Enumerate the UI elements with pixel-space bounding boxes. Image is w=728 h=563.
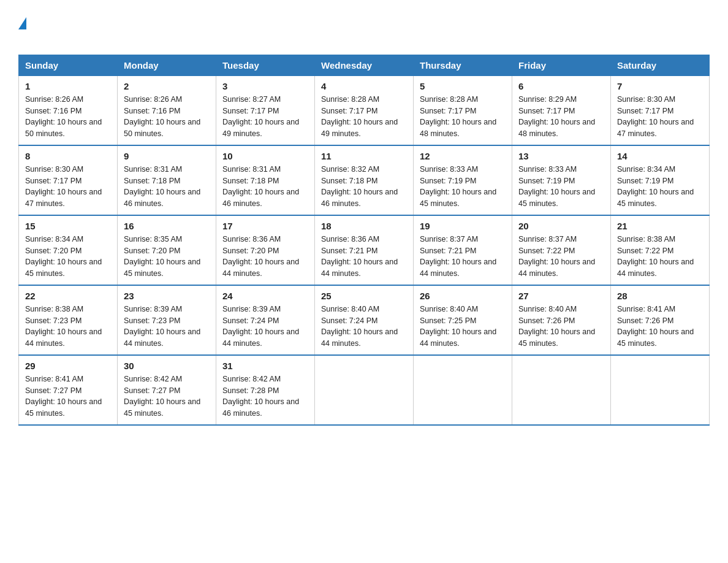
day-number: 14 xyxy=(617,151,703,161)
calendar-cell xyxy=(512,355,611,425)
day-info: Sunrise: 8:32 AMSunset: 7:18 PMDaylight:… xyxy=(321,165,398,208)
day-info: Sunrise: 8:34 AMSunset: 7:20 PMDaylight:… xyxy=(25,235,102,278)
calendar-cell: 30 Sunrise: 8:42 AMSunset: 7:27 PMDaylig… xyxy=(118,355,216,425)
day-number: 1 xyxy=(25,81,111,91)
day-number: 10 xyxy=(222,151,308,161)
day-info: Sunrise: 8:39 AMSunset: 7:24 PMDaylight:… xyxy=(222,305,299,348)
day-info: Sunrise: 8:36 AMSunset: 7:20 PMDaylight:… xyxy=(222,235,299,278)
calendar-week-1: 1 Sunrise: 8:26 AMSunset: 7:16 PMDayligh… xyxy=(19,75,710,145)
day-number: 6 xyxy=(518,81,604,91)
calendar-table: SundayMondayTuesdayWednesdayThursdayFrid… xyxy=(18,55,710,426)
calendar-cell: 14 Sunrise: 8:34 AMSunset: 7:19 PMDaylig… xyxy=(611,145,710,215)
weekday-header-row: SundayMondayTuesdayWednesdayThursdayFrid… xyxy=(19,55,710,75)
day-number: 11 xyxy=(321,151,407,161)
calendar-cell: 28 Sunrise: 8:41 AMSunset: 7:26 PMDaylig… xyxy=(611,285,710,355)
calendar-cell: 2 Sunrise: 8:26 AMSunset: 7:16 PMDayligh… xyxy=(118,75,216,145)
day-number: 7 xyxy=(617,81,703,91)
day-number: 29 xyxy=(25,361,111,371)
calendar-cell: 3 Sunrise: 8:27 AMSunset: 7:17 PMDayligh… xyxy=(216,75,315,145)
day-number: 8 xyxy=(25,151,111,161)
calendar-cell: 29 Sunrise: 8:41 AMSunset: 7:27 PMDaylig… xyxy=(19,355,118,425)
calendar-week-2: 8 Sunrise: 8:30 AMSunset: 7:17 PMDayligh… xyxy=(19,145,710,215)
calendar-cell: 25 Sunrise: 8:40 AMSunset: 7:24 PMDaylig… xyxy=(315,285,414,355)
calendar-header: SundayMondayTuesdayWednesdayThursdayFrid… xyxy=(19,55,710,75)
logo xyxy=(18,15,26,45)
calendar-cell: 9 Sunrise: 8:31 AMSunset: 7:18 PMDayligh… xyxy=(118,145,216,215)
calendar-cell: 15 Sunrise: 8:34 AMSunset: 7:20 PMDaylig… xyxy=(19,215,118,285)
day-info: Sunrise: 8:40 AMSunset: 7:24 PMDaylight:… xyxy=(321,305,398,348)
day-info: Sunrise: 8:28 AMSunset: 7:17 PMDaylight:… xyxy=(420,95,496,138)
day-info: Sunrise: 8:40 AMSunset: 7:25 PMDaylight:… xyxy=(420,305,496,348)
calendar-cell: 10 Sunrise: 8:31 AMSunset: 7:18 PMDaylig… xyxy=(216,145,315,215)
weekday-header-monday: Monday xyxy=(118,55,216,75)
calendar-week-5: 29 Sunrise: 8:41 AMSunset: 7:27 PMDaylig… xyxy=(19,355,710,425)
day-number: 5 xyxy=(420,81,506,91)
day-number: 4 xyxy=(321,81,407,91)
day-number: 31 xyxy=(222,361,308,371)
calendar-cell: 21 Sunrise: 8:38 AMSunset: 7:22 PMDaylig… xyxy=(611,215,710,285)
calendar-cell xyxy=(414,355,512,425)
calendar-week-3: 15 Sunrise: 8:34 AMSunset: 7:20 PMDaylig… xyxy=(19,215,710,285)
calendar-cell: 16 Sunrise: 8:35 AMSunset: 7:20 PMDaylig… xyxy=(118,215,216,285)
day-info: Sunrise: 8:30 AMSunset: 7:17 PMDaylight:… xyxy=(25,165,102,208)
calendar-cell: 22 Sunrise: 8:38 AMSunset: 7:23 PMDaylig… xyxy=(19,285,118,355)
day-info: Sunrise: 8:34 AMSunset: 7:19 PMDaylight:… xyxy=(617,165,694,208)
calendar-cell: 11 Sunrise: 8:32 AMSunset: 7:18 PMDaylig… xyxy=(315,145,414,215)
day-info: Sunrise: 8:36 AMSunset: 7:21 PMDaylight:… xyxy=(321,235,398,278)
calendar-cell: 6 Sunrise: 8:29 AMSunset: 7:17 PMDayligh… xyxy=(512,75,611,145)
day-number: 15 xyxy=(25,221,111,231)
weekday-header-tuesday: Tuesday xyxy=(216,55,315,75)
day-number: 12 xyxy=(420,151,506,161)
day-number: 16 xyxy=(124,221,210,231)
calendar-body: 1 Sunrise: 8:26 AMSunset: 7:16 PMDayligh… xyxy=(19,75,710,425)
day-info: Sunrise: 8:41 AMSunset: 7:27 PMDaylight:… xyxy=(25,375,102,418)
day-number: 9 xyxy=(124,151,210,161)
day-number: 2 xyxy=(124,81,210,91)
day-number: 28 xyxy=(617,291,703,301)
day-info: Sunrise: 8:29 AMSunset: 7:17 PMDaylight:… xyxy=(518,95,595,138)
calendar-cell: 27 Sunrise: 8:40 AMSunset: 7:26 PMDaylig… xyxy=(512,285,611,355)
day-number: 17 xyxy=(222,221,308,231)
day-info: Sunrise: 8:26 AMSunset: 7:16 PMDaylight:… xyxy=(124,95,200,138)
weekday-header-thursday: Thursday xyxy=(414,55,512,75)
day-number: 20 xyxy=(518,221,604,231)
day-number: 24 xyxy=(222,291,308,301)
day-info: Sunrise: 8:33 AMSunset: 7:19 PMDaylight:… xyxy=(518,165,595,208)
calendar-cell: 23 Sunrise: 8:39 AMSunset: 7:23 PMDaylig… xyxy=(118,285,216,355)
day-info: Sunrise: 8:42 AMSunset: 7:28 PMDaylight:… xyxy=(222,375,299,418)
calendar-cell: 12 Sunrise: 8:33 AMSunset: 7:19 PMDaylig… xyxy=(414,145,512,215)
day-number: 23 xyxy=(124,291,210,301)
calendar-cell: 13 Sunrise: 8:33 AMSunset: 7:19 PMDaylig… xyxy=(512,145,611,215)
calendar-cell: 5 Sunrise: 8:28 AMSunset: 7:17 PMDayligh… xyxy=(414,75,512,145)
calendar-cell: 7 Sunrise: 8:30 AMSunset: 7:17 PMDayligh… xyxy=(611,75,710,145)
weekday-header-saturday: Saturday xyxy=(611,55,710,75)
day-number: 13 xyxy=(518,151,604,161)
day-info: Sunrise: 8:38 AMSunset: 7:22 PMDaylight:… xyxy=(617,235,694,278)
day-info: Sunrise: 8:42 AMSunset: 7:27 PMDaylight:… xyxy=(124,375,200,418)
page-header xyxy=(18,15,710,45)
weekday-header-friday: Friday xyxy=(512,55,611,75)
day-number: 27 xyxy=(518,291,604,301)
calendar-cell: 4 Sunrise: 8:28 AMSunset: 7:17 PMDayligh… xyxy=(315,75,414,145)
day-info: Sunrise: 8:41 AMSunset: 7:26 PMDaylight:… xyxy=(617,305,694,348)
calendar-cell xyxy=(315,355,414,425)
day-number: 19 xyxy=(420,221,506,231)
calendar-cell: 24 Sunrise: 8:39 AMSunset: 7:24 PMDaylig… xyxy=(216,285,315,355)
calendar-cell: 17 Sunrise: 8:36 AMSunset: 7:20 PMDaylig… xyxy=(216,215,315,285)
day-info: Sunrise: 8:26 AMSunset: 7:16 PMDaylight:… xyxy=(25,95,102,138)
calendar-week-4: 22 Sunrise: 8:38 AMSunset: 7:23 PMDaylig… xyxy=(19,285,710,355)
calendar-cell: 1 Sunrise: 8:26 AMSunset: 7:16 PMDayligh… xyxy=(19,75,118,145)
day-info: Sunrise: 8:30 AMSunset: 7:17 PMDaylight:… xyxy=(617,95,694,138)
day-info: Sunrise: 8:40 AMSunset: 7:26 PMDaylight:… xyxy=(518,305,595,348)
day-info: Sunrise: 8:31 AMSunset: 7:18 PMDaylight:… xyxy=(222,165,299,208)
day-info: Sunrise: 8:37 AMSunset: 7:21 PMDaylight:… xyxy=(420,235,496,278)
day-number: 18 xyxy=(321,221,407,231)
day-number: 22 xyxy=(25,291,111,301)
calendar-cell: 8 Sunrise: 8:30 AMSunset: 7:17 PMDayligh… xyxy=(19,145,118,215)
day-info: Sunrise: 8:39 AMSunset: 7:23 PMDaylight:… xyxy=(124,305,200,348)
day-number: 25 xyxy=(321,291,407,301)
day-info: Sunrise: 8:38 AMSunset: 7:23 PMDaylight:… xyxy=(25,305,102,348)
calendar-cell: 26 Sunrise: 8:40 AMSunset: 7:25 PMDaylig… xyxy=(414,285,512,355)
weekday-header-wednesday: Wednesday xyxy=(315,55,414,75)
logo-wordmark xyxy=(18,15,26,45)
